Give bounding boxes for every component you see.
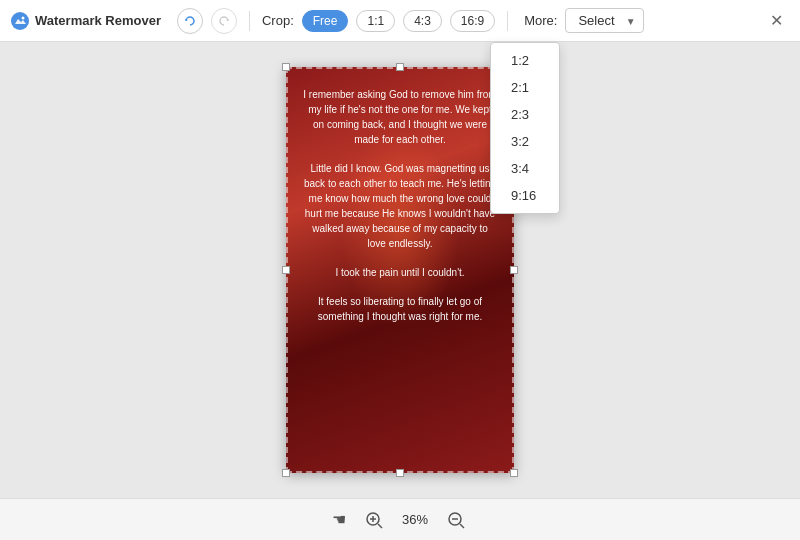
zoom-level: 36%: [402, 512, 428, 527]
select-button[interactable]: Select: [565, 8, 643, 33]
undo-icon: [184, 15, 196, 27]
svg-point-1: [22, 16, 25, 19]
image-container: I remember asking God to remove him from…: [286, 67, 514, 473]
select-dropdown[interactable]: Select ▼: [565, 8, 643, 33]
undo-button[interactable]: [177, 8, 203, 34]
image-text-1: I remember asking God to remove him from…: [302, 87, 498, 147]
app-name: Watermark Remover: [35, 13, 161, 28]
image-text-2: Little did I know. God was magnetting us…: [302, 161, 498, 251]
dropdown-menu: 1:2 2:1 2:3 3:2 3:4 9:16: [490, 42, 560, 214]
dropdown-item-9-16[interactable]: 9:16: [491, 182, 559, 209]
redo-button[interactable]: [211, 8, 237, 34]
zoom-out-button[interactable]: [444, 508, 468, 532]
zoom-in-button[interactable]: [362, 508, 386, 532]
hand-tool-icon[interactable]: ☚: [332, 510, 346, 529]
toolbar: Watermark Remover Crop: Free 1:1 4:3 16:…: [0, 0, 800, 42]
dropdown-item-1-2[interactable]: 1:2: [491, 47, 559, 74]
crop-4-3-button[interactable]: 4:3: [403, 10, 442, 32]
dropdown-item-2-3[interactable]: 2:3: [491, 101, 559, 128]
bottom-toolbar: ☚ 36%: [0, 498, 800, 540]
divider-2: [507, 11, 508, 31]
handle-bottom-left[interactable]: [282, 469, 290, 477]
crop-1-1-button[interactable]: 1:1: [356, 10, 395, 32]
zoom-in-icon: [365, 511, 383, 529]
zoom-out-icon: [447, 511, 465, 529]
image-text-overlay: I remember asking God to remove him from…: [286, 67, 514, 473]
more-label: More:: [524, 13, 557, 28]
image-text-3: I took the pain until I couldn't.: [335, 265, 464, 280]
crop-label: Crop:: [262, 13, 294, 28]
dropdown-item-2-1[interactable]: 2:1: [491, 74, 559, 101]
handle-top-mid[interactable]: [396, 63, 404, 71]
svg-line-5: [378, 524, 382, 528]
app-icon: [10, 11, 30, 31]
handle-left-mid[interactable]: [282, 266, 290, 274]
close-button[interactable]: ✕: [762, 7, 790, 35]
handle-right-mid[interactable]: [510, 266, 518, 274]
divider-1: [249, 11, 250, 31]
handle-bottom-mid[interactable]: [396, 469, 404, 477]
dropdown-item-3-2[interactable]: 3:2: [491, 128, 559, 155]
crop-16-9-button[interactable]: 16:9: [450, 10, 495, 32]
image-text-4: It feels so liberating to finally let go…: [302, 294, 498, 324]
svg-line-8: [460, 524, 464, 528]
app-logo: Watermark Remover: [10, 11, 161, 31]
crop-free-button[interactable]: Free: [302, 10, 349, 32]
canvas-area: I remember asking God to remove him from…: [0, 42, 800, 498]
dropdown-item-3-4[interactable]: 3:4: [491, 155, 559, 182]
main-image: I remember asking God to remove him from…: [286, 67, 514, 473]
handle-bottom-right[interactable]: [510, 469, 518, 477]
redo-icon: [218, 15, 230, 27]
handle-top-left[interactable]: [282, 63, 290, 71]
